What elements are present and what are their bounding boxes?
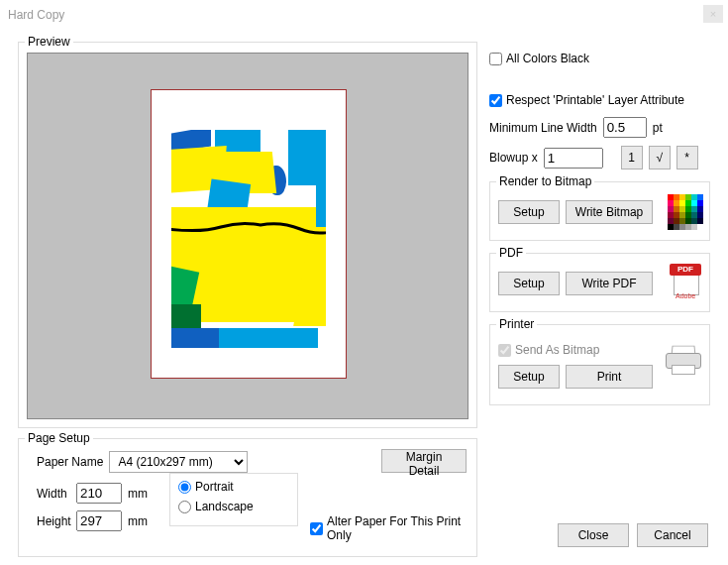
pdf-group: PDF Setup Write PDF PDF Adobe (489, 253, 710, 312)
width-unit: mm (128, 487, 148, 501)
width-label: Width (37, 487, 70, 501)
paper-name-label: Paper Name (37, 455, 103, 469)
height-unit: mm (128, 514, 148, 528)
blowup-input[interactable] (544, 148, 603, 169)
page-setup-legend: Page Setup (25, 431, 93, 445)
preview-page (151, 89, 347, 379)
alter-paper-checkbox[interactable]: Alter Paper For This Print Only (310, 514, 476, 542)
write-pdf-button[interactable]: Write PDF (566, 272, 653, 295)
preview-canvas-bg (27, 53, 468, 419)
dialog-buttons: Close Cancel (558, 523, 708, 547)
pdf-setup-button[interactable]: Setup (498, 272, 560, 295)
height-label: Height (37, 514, 70, 528)
respect-printable-label: Respect 'Printable' Layer Attribute (506, 93, 684, 107)
bitmap-setup-button[interactable]: Setup (498, 200, 560, 224)
cancel-button[interactable]: Cancel (637, 523, 708, 547)
portrait-label: Portrait (195, 480, 234, 494)
height-input[interactable] (76, 510, 122, 531)
preview-path-icon (171, 130, 326, 348)
titlebar: Hard Copy × (0, 0, 728, 30)
render-bitmap-group: Render to Bitmap Setup Write Bitmap (489, 181, 710, 241)
page-setup-group: Page Setup Paper Name A4 (210x297 mm) Ma… (18, 438, 477, 557)
pdf-legend: PDF (496, 246, 526, 260)
min-line-width-label: Minimum Line Width (489, 121, 597, 135)
min-line-width-unit: pt (653, 121, 663, 135)
margin-detail-button[interactable]: Margin Detail (381, 449, 467, 473)
preview-group: Preview (18, 42, 477, 428)
preview-legend: Preview (25, 35, 73, 49)
window-close-button[interactable]: × (703, 5, 723, 23)
landscape-label: Landscape (195, 500, 254, 513)
printer-setup-button[interactable]: Setup (498, 365, 560, 389)
window-title: Hard Copy (8, 8, 64, 22)
preview-map (171, 130, 326, 348)
color-swatch-icon (668, 194, 703, 230)
blowup-star-button[interactable]: * (676, 146, 698, 170)
min-line-width-input[interactable] (603, 117, 647, 138)
pdf-icon: PDF Adobe (670, 264, 703, 299)
landscape-radio[interactable]: Landscape (178, 500, 289, 513)
send-as-bitmap-label: Send As Bitmap (515, 343, 599, 357)
hard-copy-dialog: Hard Copy × Preview (0, 0, 728, 565)
width-input[interactable] (76, 483, 122, 504)
portrait-radio[interactable]: Portrait (178, 480, 289, 494)
orientation-group: Portrait Landscape (169, 473, 298, 526)
respect-printable-checkbox[interactable]: Respect 'Printable' Layer Attribute (489, 93, 710, 107)
blowup-label: Blowup x (489, 151, 538, 165)
blowup-sqrt-button[interactable]: √ (649, 146, 671, 170)
all-colors-black-label: All Colors Black (506, 52, 589, 65)
printer-legend: Printer (496, 317, 537, 331)
print-button[interactable]: Print (566, 365, 653, 389)
paper-name-select[interactable]: A4 (210x297 mm) (109, 451, 248, 473)
printer-icon (664, 345, 703, 377)
close-button[interactable]: Close (558, 523, 629, 547)
all-colors-black-checkbox[interactable]: All Colors Black (489, 52, 710, 65)
write-bitmap-button[interactable]: Write Bitmap (566, 200, 653, 224)
options-panel: All Colors Black Respect 'Printable' Lay… (489, 44, 710, 405)
printer-group: Printer Send As Bitmap Setup Print (489, 324, 710, 405)
render-bitmap-legend: Render to Bitmap (496, 174, 594, 188)
alter-paper-label: Alter Paper For This Print Only (327, 514, 476, 542)
blowup-1-button[interactable]: 1 (621, 146, 643, 170)
